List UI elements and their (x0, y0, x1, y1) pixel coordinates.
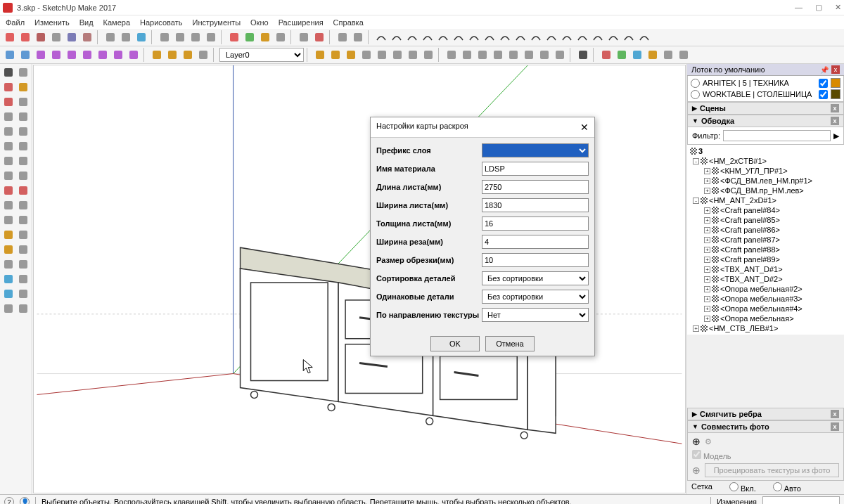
matchphoto-panel-header[interactable]: ▼Совместить фотоx (687, 420, 844, 433)
left-tool-24[interactable] (1, 243, 15, 257)
tb2-btn-24[interactable] (491, 48, 505, 62)
tb1-btn-13[interactable] (227, 30, 241, 44)
field-input-2[interactable] (482, 180, 589, 194)
measurements-input[interactable] (762, 496, 840, 504)
menu-Файл[interactable]: Файл (6, 18, 25, 27)
grid-auto-radio[interactable]: Авто (773, 482, 801, 493)
tb2-btn-28[interactable] (553, 48, 567, 62)
tb1-btn-1[interactable] (18, 30, 32, 44)
panel-close-icon[interactable]: x (831, 104, 839, 112)
tb1-btn-14[interactable] (243, 30, 257, 44)
tb2-btn-5[interactable] (80, 48, 94, 62)
pin-icon[interactable]: 📌 (820, 66, 829, 74)
field-input-6[interactable] (482, 253, 589, 267)
left-tool-8[interactable] (1, 124, 15, 138)
tb2-btn-10[interactable] (165, 48, 179, 62)
left-tool-4[interactable] (1, 95, 15, 109)
left-tool-20[interactable] (1, 213, 15, 227)
field-input-9[interactable]: Нет (482, 308, 589, 322)
layer-select[interactable]: Layer0 (219, 48, 304, 62)
filter-go-icon[interactable]: ▶ (833, 131, 839, 141)
tb2-btn-21[interactable] (445, 48, 459, 62)
tb2-btn-8[interactable] (127, 48, 141, 62)
soften-panel-header[interactable]: ▶Смягчить ребраx (687, 408, 844, 420)
curve-tool-7[interactable] (482, 30, 497, 44)
tb2-btn-31[interactable] (615, 48, 629, 62)
expand-icon[interactable]: + (704, 257, 710, 263)
left-tool-15[interactable] (16, 169, 30, 183)
tb2-btn-11[interactable] (181, 48, 195, 62)
material-row-1[interactable]: WORKTABLE | СТОЛЕШНИЦА (691, 89, 840, 100)
left-tool-21[interactable] (16, 213, 30, 227)
tree-item-13[interactable]: +<Опора мебельная#2> (689, 284, 843, 294)
left-tool-1[interactable] (16, 65, 30, 79)
expand-icon[interactable]: + (704, 247, 710, 253)
tb2-btn-3[interactable] (49, 48, 63, 62)
status-user-icon[interactable]: 👤 (20, 497, 30, 505)
field-input-4[interactable] (482, 217, 589, 231)
expand-icon[interactable]: - (693, 198, 699, 204)
tree-item-1[interactable]: +<КНМ_УГЛ_ПР#1> (689, 166, 843, 176)
tb2-btn-30[interactable] (599, 48, 613, 62)
tree-item-7[interactable]: +<Craft panel#86> (689, 225, 843, 235)
tb2-btn-25[interactable] (506, 48, 520, 62)
left-tool-32[interactable] (1, 302, 15, 316)
left-tool-19[interactable] (16, 198, 30, 212)
tb1-btn-20[interactable] (351, 30, 365, 44)
tb2-btn-23[interactable] (475, 48, 490, 62)
tb2-btn-34[interactable] (661, 48, 675, 62)
expand-icon[interactable]: + (704, 306, 710, 312)
tb1-btn-11[interactable] (188, 30, 203, 44)
tb1-btn-3[interactable] (49, 30, 63, 44)
tb2-btn-16[interactable] (359, 48, 373, 62)
tree-item-17[interactable]: +<HM_CTB_ЛЕВ#1> (689, 323, 843, 333)
left-tool-23[interactable] (16, 228, 30, 242)
expand-icon[interactable]: + (704, 227, 710, 233)
expand-icon[interactable]: - (693, 158, 699, 164)
maximize-button[interactable]: ▢ (815, 3, 822, 12)
curve-tool-13[interactable] (575, 30, 589, 44)
left-tool-6[interactable] (1, 110, 15, 124)
expand-icon[interactable]: + (704, 188, 710, 194)
curve-tool-8[interactable] (498, 30, 512, 44)
tb2-btn-29[interactable] (576, 48, 590, 62)
tree-item-5[interactable]: +<Craft panel#84> (689, 205, 843, 215)
tree-item-3[interactable]: +<ФСД_ВМ.пр_НМ.лев> (689, 186, 843, 195)
expand-icon[interactable]: + (704, 178, 710, 184)
curve-tool-4[interactable] (436, 30, 450, 44)
tb2-btn-1[interactable] (18, 48, 32, 62)
tree-item-12[interactable]: +<TBX_ANT_D#2> (689, 274, 843, 284)
left-tool-28[interactable] (1, 272, 15, 286)
expand-icon[interactable]: + (704, 237, 710, 243)
left-tool-30[interactable] (1, 287, 15, 301)
tb2-btn-7[interactable] (111, 48, 125, 62)
cancel-button[interactable]: Отмена (485, 336, 535, 351)
tb2-btn-6[interactable] (96, 48, 110, 62)
menu-Окно[interactable]: Окно (250, 18, 269, 27)
tb1-btn-16[interactable] (274, 30, 288, 44)
scenes-panel-header[interactable]: ▶Сценыx (687, 102, 844, 115)
tree-item-2[interactable]: +<ФСД_ВМ.лев_НМ.пр#1> (689, 176, 843, 186)
curve-tool-17[interactable] (637, 30, 651, 44)
expand-icon[interactable]: + (704, 316, 710, 322)
left-tool-0[interactable] (1, 65, 15, 79)
field-input-0[interactable] (482, 143, 589, 157)
left-tool-12[interactable] (1, 154, 15, 168)
ok-button[interactable]: OK (430, 336, 480, 351)
left-tool-3[interactable] (16, 80, 30, 94)
tree-item-14[interactable]: +<Опора мебельная#3> (689, 294, 843, 304)
expand-icon[interactable]: + (704, 266, 710, 273)
add-icon[interactable]: ⊕ (692, 436, 701, 447)
left-tool-29[interactable] (16, 272, 30, 286)
left-tool-18[interactable] (1, 198, 15, 212)
expand-icon[interactable]: + (704, 207, 710, 214)
menu-Камера[interactable]: Камера (103, 18, 130, 27)
left-tool-2[interactable] (1, 80, 15, 94)
curve-tool-3[interactable] (421, 30, 435, 44)
curve-tool-5[interactable] (452, 30, 466, 44)
tree-item-8[interactable]: +<Craft panel#87> (689, 235, 843, 245)
left-tool-10[interactable] (1, 139, 15, 153)
tb2-btn-12[interactable] (196, 48, 210, 62)
tb1-btn-4[interactable] (65, 30, 79, 44)
left-tool-33[interactable] (16, 302, 30, 316)
